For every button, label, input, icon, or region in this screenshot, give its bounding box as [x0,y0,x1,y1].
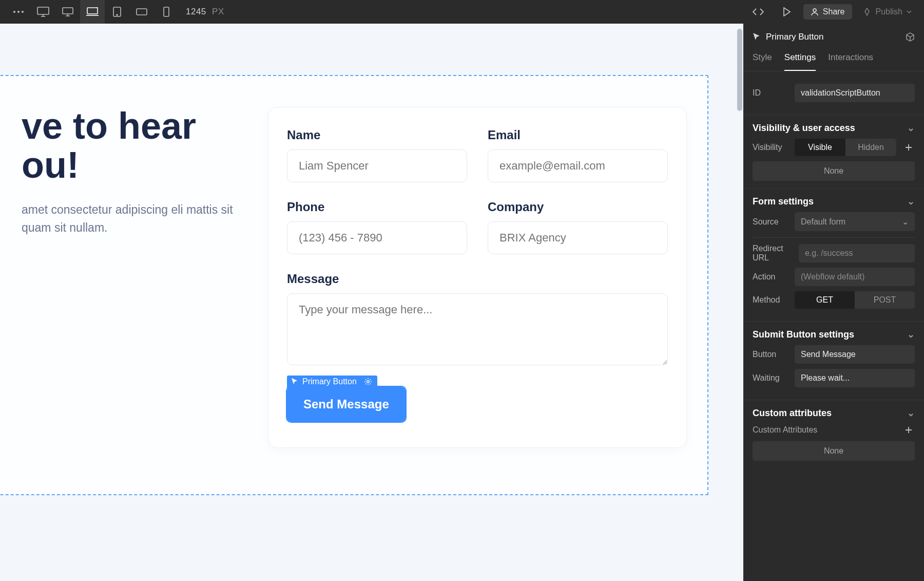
chevron-down-icon: ⌄ [907,329,915,340]
name-label: Name [287,128,467,142]
plus-icon [905,144,912,151]
action-label: Action [753,272,788,282]
custom-attr-heading[interactable]: Custom attributes ⌄ [753,407,915,419]
breakpoint-desktop-small-icon[interactable] [55,0,80,24]
field-name: Name [287,128,467,182]
waiting-text-label: Waiting [753,373,788,383]
form-grid: Name Email Phone Company [287,128,668,367]
selected-element-wrap: Primary Button Send Message [287,387,406,422]
topbar-right: Share Publish [746,0,918,24]
field-message: Message [287,272,668,367]
chevron-down-icon [907,10,912,13]
redirect-url-label: Redirect URL [753,244,793,263]
chevron-down-icon: ⌄ [902,217,909,227]
section-visibility: Visibility & user access ⌄ Visibility Vi… [743,115,924,189]
breakpoint-desktop-icon[interactable] [31,0,55,24]
svg-rect-5 [87,8,98,14]
breakpoint-mobile-icon[interactable] [154,0,179,24]
preview-play-icon[interactable] [775,0,799,24]
svg-rect-4 [63,8,73,14]
share-button[interactable]: Share [803,4,852,20]
breakpoint-laptop-icon[interactable] [80,0,105,24]
tab-interactions[interactable]: Interactions [828,47,873,71]
name-input[interactable] [287,149,467,182]
svg-rect-8 [137,9,147,15]
svg-point-10 [813,9,816,12]
section-submit-button: Submit Button settings ⌄ Button Waiting [743,322,924,400]
selected-section-outline: ve to hear ou! amet consectetur adipisci… [0,75,708,495]
field-phone: Phone [287,200,467,254]
email-input[interactable] [488,149,668,182]
canvas-width-unit: PX [212,7,224,16]
canvas[interactable]: ve to hear ou! amet consectetur adipisci… [0,24,743,581]
hero-title: ve to hear ou! [22,107,237,184]
custom-attr-sublabel: Custom Attributes [753,425,817,435]
svg-point-7 [117,14,118,15]
svg-rect-9 [164,7,169,16]
main: ve to hear ou! amet consectetur adipisci… [0,24,924,581]
publish-button-label: Publish [876,7,902,16]
chevron-down-icon: ⌄ [907,407,915,419]
company-label: Company [488,200,668,214]
svg-point-1 [17,11,20,13]
message-textarea[interactable] [287,293,668,365]
tab-settings[interactable]: Settings [784,47,816,71]
company-input[interactable] [488,221,668,254]
contact-form-card: Name Email Phone Company [268,107,687,448]
add-visibility-condition-button[interactable] [902,141,915,154]
gear-icon[interactable] [364,378,372,386]
waiting-text-input[interactable] [795,369,915,387]
canvas-scrollbar[interactable] [736,24,743,581]
method-segmented: GET POST [795,291,915,309]
canvas-width-readout[interactable]: 1245 PX [186,7,224,17]
id-input[interactable] [795,84,915,102]
more-icon[interactable] [6,0,31,24]
hero-text-block: ve to hear ou! amet consectetur adipisci… [22,107,237,236]
person-icon [811,8,819,16]
plus-icon [905,426,912,434]
rocket-icon [862,8,872,16]
code-icon[interactable] [746,0,771,24]
button-text-input[interactable] [795,345,915,364]
inspector-panel: Primary Button Style Settings Interactio… [743,24,924,581]
method-post[interactable]: POST [855,291,915,309]
topbar-left: 1245 PX [6,0,224,24]
selection-tag[interactable]: Primary Button [287,376,377,388]
tab-style[interactable]: Style [753,47,772,71]
action-input[interactable] [795,268,915,286]
id-label: ID [753,88,788,98]
svg-point-0 [13,11,15,13]
message-label: Message [287,272,668,286]
add-custom-attr-button[interactable] [902,424,915,436]
form-settings-heading[interactable]: Form settings ⌄ [753,196,915,207]
visibility-label: Visibility [753,143,788,152]
canvas-content: ve to hear ou! amet consectetur adipisci… [0,24,729,495]
method-get[interactable]: GET [795,291,855,309]
field-email: Email [488,128,668,182]
submit-button[interactable]: Send Message [287,387,406,422]
submit-button-heading[interactable]: Submit Button settings ⌄ [753,329,915,340]
inspector-element-name: Primary Button [766,32,823,42]
custom-attr-none: None [753,441,915,461]
breakpoint-mobile-landscape-icon[interactable] [129,0,154,24]
source-select[interactable]: Default form ⌄ [795,212,915,231]
section-custom-attributes: Custom attributes ⌄ Custom Attributes No… [743,400,924,468]
publish-button[interactable]: Publish [856,4,918,20]
canvas-scrollbar-thumb[interactable] [737,29,742,111]
visibility-visible[interactable]: Visible [795,139,845,156]
visibility-segmented: Visible Hidden [795,139,896,156]
breakpoint-tablet-icon[interactable] [105,0,129,24]
phone-input[interactable] [287,221,467,254]
component-cube-icon[interactable] [906,32,915,42]
source-label: Source [753,217,788,227]
redirect-url-input[interactable] [799,244,915,263]
inspector-header: Primary Button [743,24,924,47]
visibility-hidden[interactable]: Hidden [845,139,896,156]
topbar: 1245 PX Share Publish [0,0,924,24]
pointer-icon [291,378,298,386]
chevron-down-icon: ⌄ [907,122,915,134]
pointer-icon [753,32,761,42]
section-id: ID [743,71,924,115]
svg-point-11 [367,381,369,383]
visibility-heading[interactable]: Visibility & user access ⌄ [753,122,915,134]
